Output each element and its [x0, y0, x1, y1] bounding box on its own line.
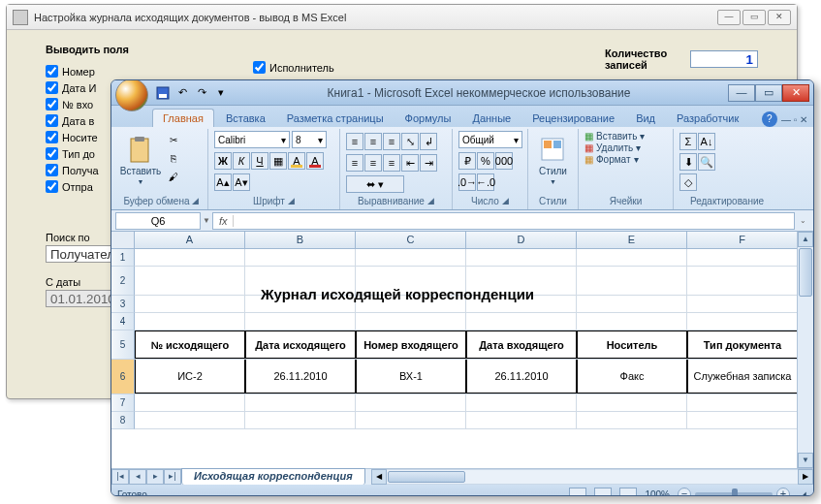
number-format-combo[interactable]: Общий▾: [458, 131, 522, 148]
sheet-nav-last-icon[interactable]: ▸|: [164, 469, 181, 485]
zoom-slider[interactable]: [695, 492, 773, 496]
excel-maximize-button[interactable]: ▭: [755, 84, 782, 102]
checkbox[interactable]: [46, 65, 58, 78]
fill-icon[interactable]: ⬇: [679, 153, 697, 171]
tab-insert[interactable]: Вставка: [216, 110, 275, 127]
tab-formulas[interactable]: Формулы: [395, 110, 461, 127]
find-icon[interactable]: 🔍: [698, 153, 715, 171]
tab-layout[interactable]: Разметка страницы: [277, 110, 394, 127]
row-header[interactable]: 3: [111, 296, 135, 313]
clear-icon[interactable]: ◇: [679, 173, 697, 191]
merge-button[interactable]: ⬌ ▾: [346, 175, 404, 193]
undo-icon[interactable]: ↶: [174, 84, 191, 102]
row-header[interactable]: 2: [111, 267, 135, 296]
sheet-nav-prev-icon[interactable]: ◂: [129, 469, 146, 485]
align-right-icon[interactable]: ≡: [383, 154, 400, 172]
save-icon[interactable]: [154, 84, 172, 102]
tab-view[interactable]: Вид: [626, 110, 665, 127]
dialog-launcher-icon[interactable]: ◢: [502, 196, 509, 206]
help-icon[interactable]: ?: [762, 111, 777, 127]
align-middle-icon[interactable]: ≡: [364, 133, 382, 150]
select-all-corner[interactable]: [111, 232, 135, 249]
spreadsheet-grid[interactable]: A B C D E F 1 2 3 4 5 6 7 8 Журнал исход…: [111, 232, 813, 468]
redo-icon[interactable]: ↷: [193, 84, 210, 102]
currency-icon[interactable]: ₽: [458, 152, 476, 170]
shrink-font-icon[interactable]: A▾: [233, 173, 250, 191]
sheet-nav-next-icon[interactable]: ▸: [146, 469, 164, 485]
dialog-titlebar[interactable]: Настройка журнала исходящих документов -…: [7, 5, 797, 30]
vertical-scrollbar[interactable]: ▲ ▼: [797, 232, 813, 468]
underline-button[interactable]: Ч: [251, 152, 268, 170]
wrap-text-icon[interactable]: ↲: [420, 133, 437, 150]
scroll-up-icon[interactable]: ▲: [798, 232, 813, 247]
expand-formula-icon[interactable]: ⌄: [797, 216, 809, 225]
col-header[interactable]: E: [577, 232, 687, 249]
styles-button[interactable]: Стили ▼: [534, 131, 572, 191]
font-name-combo[interactable]: Calibri▾: [214, 131, 290, 148]
align-left-icon[interactable]: ≡: [346, 154, 363, 172]
percent-icon[interactable]: %: [477, 152, 494, 170]
office-button[interactable]: [115, 79, 148, 111]
row-header[interactable]: 1: [111, 249, 135, 267]
scroll-thumb[interactable]: [799, 248, 812, 297]
fill-color-button[interactable]: A: [288, 152, 305, 170]
sheet-tab[interactable]: Исходящая корреспонденция: [181, 468, 365, 485]
font-color-button[interactable]: A: [306, 152, 324, 170]
col-header[interactable]: A: [135, 232, 245, 249]
excel-titlebar[interactable]: ↶ ↷ ▾ Книга1 - Microsoft Excel некоммерч…: [111, 80, 813, 106]
checkbox[interactable]: [46, 131, 58, 143]
italic-button[interactable]: К: [233, 152, 250, 170]
checkbox[interactable]: [46, 180, 58, 193]
excel-close-button[interactable]: ✕: [782, 84, 809, 102]
align-bottom-icon[interactable]: ≡: [383, 133, 400, 150]
close-button[interactable]: ✕: [768, 10, 791, 25]
autosum-icon[interactable]: Σ: [679, 133, 697, 150]
bold-button[interactable]: Ж: [214, 152, 232, 170]
row-header[interactable]: 4: [111, 313, 135, 331]
checkbox[interactable]: [46, 114, 58, 127]
scroll-left-icon[interactable]: ◀: [371, 469, 387, 485]
dec-decimal-icon[interactable]: ←.0: [477, 173, 494, 191]
font-size-combo[interactable]: 8▾: [292, 131, 327, 148]
border-button[interactable]: ▦: [269, 152, 287, 170]
checkbox[interactable]: [46, 98, 58, 110]
checkbox[interactable]: [46, 164, 58, 176]
scroll-right-icon[interactable]: ▶: [798, 469, 813, 485]
align-center-icon[interactable]: ≡: [364, 154, 382, 172]
scroll-thumb[interactable]: [388, 471, 465, 483]
col-header[interactable]: B: [245, 232, 356, 249]
normal-view-icon[interactable]: [569, 488, 586, 496]
count-input[interactable]: [690, 50, 758, 68]
sort-filter-icon[interactable]: A↓: [698, 133, 715, 150]
indent-dec-icon[interactable]: ⇤: [401, 154, 419, 172]
col-header[interactable]: D: [466, 232, 577, 249]
copy-icon[interactable]: ⎘: [164, 149, 183, 167]
row-header[interactable]: 6: [111, 360, 135, 394]
dialog-launcher-icon[interactable]: ◢: [192, 196, 199, 206]
minimize-button[interactable]: —: [717, 10, 741, 25]
qat-dropdown-icon[interactable]: ▾: [212, 84, 230, 102]
fx-icon[interactable]: fx: [213, 215, 235, 227]
tab-home[interactable]: Главная: [152, 109, 214, 127]
maximize-button[interactable]: ▭: [742, 10, 766, 25]
row-header[interactable]: 7: [111, 394, 135, 412]
name-box[interactable]: Q6: [115, 212, 201, 230]
col-header[interactable]: F: [687, 232, 798, 249]
ribbon-toggle-icon[interactable]: — ▫ ✕: [781, 114, 807, 125]
page-layout-view-icon[interactable]: [594, 488, 612, 496]
zoom-out-button[interactable]: −: [678, 488, 691, 496]
scroll-down-icon[interactable]: ▼: [798, 453, 813, 468]
inc-decimal-icon[interactable]: .0→: [458, 173, 476, 191]
grow-font-icon[interactable]: A▴: [214, 173, 232, 191]
paste-button[interactable]: Вставить ▼: [121, 131, 160, 191]
zoom-in-button[interactable]: +: [776, 488, 790, 496]
format-cells-button[interactable]: ▦Формат ▾: [584, 154, 639, 165]
page-break-view-icon[interactable]: [619, 488, 637, 496]
checkbox[interactable]: [253, 61, 266, 74]
sheet-nav-first-icon[interactable]: |◂: [111, 469, 129, 485]
tab-developer[interactable]: Разработчик: [667, 110, 748, 127]
cut-icon[interactable]: ✂: [164, 131, 183, 148]
resize-grip-icon[interactable]: ◢: [798, 489, 807, 497]
dialog-launcher-icon[interactable]: ◢: [427, 196, 434, 206]
checkbox[interactable]: [46, 81, 58, 94]
